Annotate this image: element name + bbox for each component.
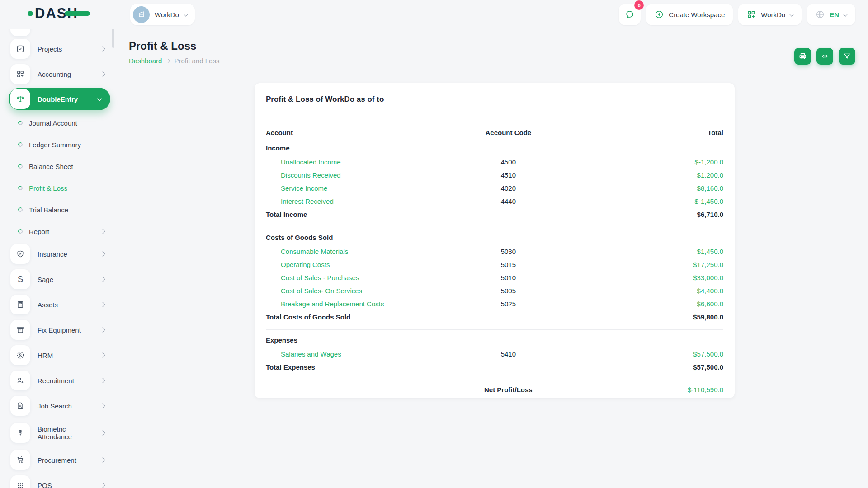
fingerprint-icon bbox=[16, 428, 25, 437]
account-code: 5410 bbox=[440, 350, 577, 358]
chevron-right-icon bbox=[100, 302, 105, 307]
dash-logo[interactable]: DASH bbox=[28, 6, 90, 20]
sidebar-item-projects[interactable]: Projects bbox=[10, 37, 111, 61]
sidebar: Projects Accounting DoubleEntry Journal … bbox=[0, 29, 118, 488]
create-workspace-label: Create Workspace bbox=[669, 11, 725, 19]
sidebar-subitem-report[interactable]: Report bbox=[10, 221, 111, 242]
bullet-icon bbox=[18, 164, 23, 169]
cart-icon bbox=[16, 455, 25, 465]
account-link[interactable]: Unallocated Income bbox=[266, 158, 341, 166]
sidebar-item-hrm[interactable]: HRM bbox=[10, 343, 111, 367]
account-link[interactable]: Breakage and Replacement Costs bbox=[266, 300, 384, 308]
sidebar-item-fix-equipment[interactable]: Fix Equipment bbox=[10, 318, 111, 342]
checkbox-icon bbox=[16, 44, 25, 53]
sidebar-item-assets[interactable]: Assets bbox=[10, 293, 111, 316]
section-header-row: Costs of Goods Sold bbox=[266, 230, 723, 245]
sidebar-item-insurance[interactable]: Insurance bbox=[10, 242, 111, 266]
section-total-value: $57,500.0 bbox=[577, 363, 723, 371]
account-code: 4500 bbox=[440, 158, 577, 166]
section-name: Costs of Goods Sold bbox=[266, 234, 440, 241]
account-code: 4440 bbox=[440, 197, 577, 205]
sidebar-item-job-search[interactable]: Job Search bbox=[10, 394, 111, 418]
sidebar-item-accounting[interactable]: Accounting bbox=[10, 62, 111, 86]
sidebar-subitem-trial-balance[interactable]: Trial Balance bbox=[10, 199, 111, 221]
sidebar-subitem-profit-and-loss[interactable]: Profit & Loss bbox=[10, 177, 111, 199]
chevron-right-icon bbox=[100, 352, 105, 357]
sidebar-item-biometric-attendance[interactable]: Biometric Attendance bbox=[10, 419, 111, 446]
breadcrumb-current: Profit and Loss bbox=[174, 57, 219, 65]
print-button[interactable] bbox=[794, 48, 811, 65]
bullet-icon bbox=[18, 142, 23, 147]
section-total-label: Total Income bbox=[266, 211, 440, 218]
building-icon bbox=[137, 10, 146, 19]
account-code: 5005 bbox=[440, 287, 577, 295]
table-row: Unallocated Income 4500 $-1,200.0 bbox=[266, 155, 723, 169]
messages-button[interactable]: 0 bbox=[619, 4, 641, 25]
chevron-right-icon bbox=[100, 403, 105, 408]
report-toolbar bbox=[794, 48, 855, 65]
account-code: 5015 bbox=[440, 261, 577, 268]
chevron-down-icon bbox=[183, 11, 188, 16]
chat-bubble-icon bbox=[624, 9, 635, 20]
sidebar-item-procurement[interactable]: Procurement bbox=[10, 448, 111, 472]
breadcrumb-dashboard-link[interactable]: Dashboard bbox=[129, 57, 162, 65]
account-link[interactable]: Salaries and Wages bbox=[266, 350, 341, 358]
account-link[interactable]: Cost of Sales- On Services bbox=[266, 287, 362, 295]
calculator-icon bbox=[16, 300, 25, 309]
filter-button[interactable] bbox=[839, 48, 855, 65]
sidebar-subitem-balance-sheet[interactable]: Balance Sheet bbox=[10, 155, 111, 177]
account-code: 4510 bbox=[440, 171, 577, 179]
sidebar-item-doubleentry[interactable]: DoubleEntry bbox=[9, 88, 110, 110]
code-arrows-icon bbox=[821, 52, 829, 61]
account-link[interactable]: Service Income bbox=[266, 184, 327, 192]
table-row: Discounts Received 4510 $1,200.0 bbox=[266, 169, 723, 182]
workspace-menu-button[interactable]: WorkDo bbox=[738, 4, 802, 25]
row-total: $-1,450.0 bbox=[577, 197, 723, 205]
account-link[interactable]: Discounts Received bbox=[266, 171, 341, 179]
report-card-title: Profit & Loss of WorkDo as of to bbox=[266, 95, 723, 104]
table-row: Interest Received 4440 $-1,450.0 bbox=[266, 195, 723, 208]
sidebar-item-recruitment[interactable]: Recruitment bbox=[10, 369, 111, 392]
topbar: DASH WorkDo 0 Create Workspace bbox=[0, 0, 868, 29]
account-link[interactable]: Operating Costs bbox=[266, 261, 330, 268]
archive-box-icon bbox=[16, 325, 25, 334]
grid-plus-icon bbox=[746, 9, 756, 19]
sidebar-subitem-ledger-summary[interactable]: Ledger Summary bbox=[10, 134, 111, 155]
profit-loss-card: Profit & Loss of WorkDo as of to Account… bbox=[255, 83, 735, 398]
bullet-icon bbox=[18, 207, 23, 212]
sidebar-scrollbar[interactable] bbox=[112, 29, 114, 48]
create-workspace-button[interactable]: Create Workspace bbox=[646, 4, 733, 25]
section-total-label: Total Expenses bbox=[266, 363, 440, 371]
bullet-icon bbox=[18, 120, 23, 126]
table-row: Cost of Sales - Purchases 5010 $33,000.0 bbox=[266, 271, 723, 284]
chevron-right-icon bbox=[100, 229, 105, 234]
column-header-account-code: Account Code bbox=[440, 129, 577, 136]
column-header-total: Total bbox=[577, 129, 723, 136]
row-total: $57,500.0 bbox=[577, 350, 723, 358]
account-code: 4020 bbox=[440, 184, 577, 192]
account-link[interactable]: Consumable Materials bbox=[266, 248, 348, 255]
language-label: EN bbox=[830, 11, 839, 19]
chevron-right-icon bbox=[100, 277, 105, 282]
section-name: Expenses bbox=[266, 336, 440, 344]
section-name: Income bbox=[266, 144, 440, 152]
account-link[interactable]: Cost of Sales - Purchases bbox=[266, 274, 359, 282]
sidebar-item-sage[interactable]: S Sage bbox=[10, 267, 111, 291]
table-row: Operating Costs 5015 $17,250.0 bbox=[266, 258, 723, 271]
section-total-value: $59,800.0 bbox=[577, 313, 723, 321]
net-profit-loss-row: Net Profit/Loss $-110,590.0 bbox=[266, 382, 723, 397]
export-button[interactable] bbox=[816, 48, 833, 65]
sidebar-item-pos[interactable]: POS bbox=[10, 474, 111, 488]
section-header-row: Expenses bbox=[266, 332, 723, 347]
page-title: Profit & Loss bbox=[129, 40, 219, 52]
table-header-row: Account Account Code Total bbox=[266, 125, 723, 140]
chevron-down-icon bbox=[97, 96, 102, 101]
workspace-selector[interactable]: WorkDo bbox=[130, 4, 195, 25]
account-link[interactable]: Interest Received bbox=[266, 197, 334, 205]
row-total: $1,200.0 bbox=[577, 171, 723, 179]
language-menu-button[interactable]: EN bbox=[807, 4, 855, 25]
net-profit-loss-label: Net Profit/Loss bbox=[440, 386, 577, 394]
breadcrumb-separator-icon bbox=[166, 59, 170, 63]
sidebar-subitem-journal-account[interactable]: Journal Account bbox=[10, 112, 111, 134]
section-total-row: Total Income $6,710.0 bbox=[266, 208, 723, 221]
